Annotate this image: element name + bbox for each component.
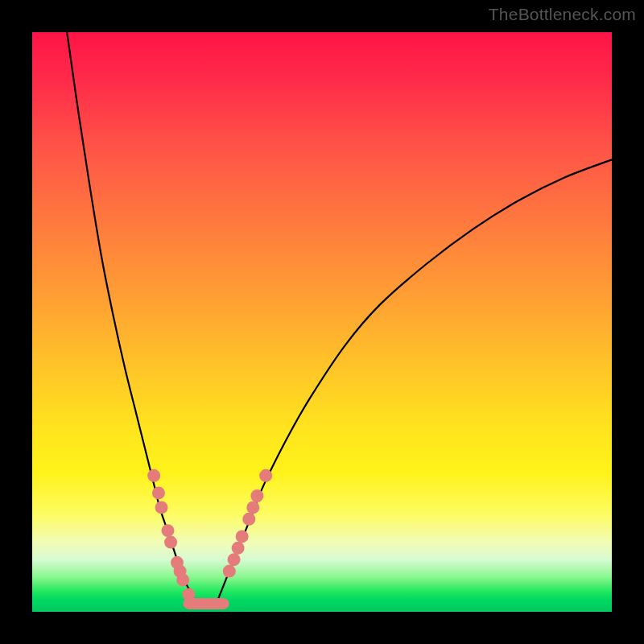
marker-dot [232,542,245,555]
chart-overlay [32,32,612,612]
marker-dot [236,530,249,543]
marker-dot [161,524,174,537]
marker-dot [246,501,259,514]
marker-dot [259,469,272,482]
marker-dot [228,553,241,566]
marker-dot [176,573,189,586]
marker-dot [164,536,177,549]
curve-left-branch [67,32,194,601]
marker-dot [182,588,195,601]
marker-dot [152,486,165,499]
marker-dots [147,469,272,601]
curve-right-branch [217,159,612,600]
marker-dot [250,489,263,502]
marker-dot [242,513,255,526]
chart-frame: TheBottleneck.com [0,0,644,644]
marker-dot [155,501,168,514]
marker-dot [223,565,236,578]
marker-dot [147,469,160,482]
watermark-text: TheBottleneck.com [489,5,636,24]
